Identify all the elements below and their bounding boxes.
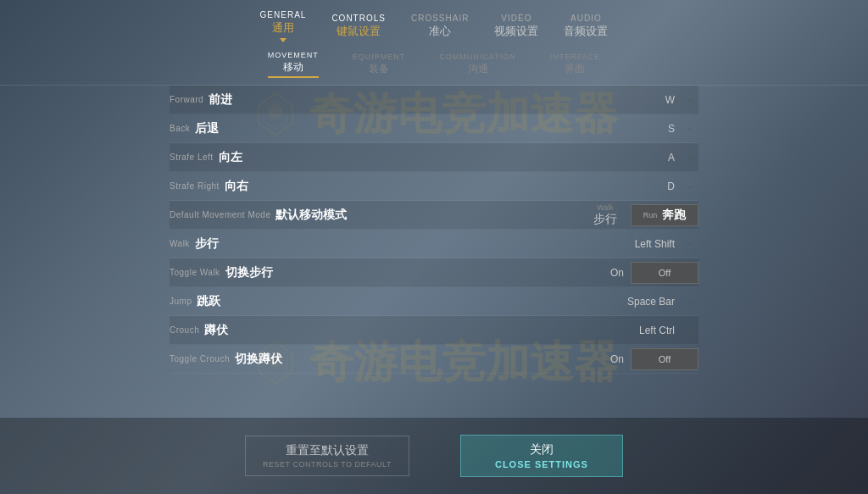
label-jump: Jump 跳跃 xyxy=(170,294,390,309)
row-jump: Jump 跳跃 Space Bar - xyxy=(170,287,698,316)
main-content: Forward 前进 W - Back 后退 S - xyxy=(0,86,868,418)
reset-button[interactable]: 重置至默认设置 RESET CONTROLS TO DEFAULT xyxy=(245,436,409,476)
value-forward: W - xyxy=(390,94,698,106)
row-back: Back 后退 S - xyxy=(170,114,698,143)
subtab-communication[interactable]: COMMUNICATION 沟通 xyxy=(439,53,515,76)
row-strafe-right: Strafe Right 向右 D - xyxy=(170,172,698,201)
walk-option[interactable]: Walk 步行 xyxy=(587,200,624,230)
label-walk: Walk 步行 xyxy=(170,236,390,252)
subtab-interface[interactable]: INTERFACE 界面 xyxy=(550,53,601,76)
row-crouch: Crouch 蹲伏 Left Ctrl - xyxy=(170,316,698,345)
label-back: Back 后退 xyxy=(170,121,390,136)
label-toggle-walk: Toggle Walk 切换步行 xyxy=(170,265,390,280)
value-jump: Space Bar - xyxy=(390,296,698,308)
value-toggle-walk: On Off xyxy=(390,262,698,284)
movement-underline xyxy=(268,76,319,78)
tab-audio[interactable]: AUDIO 音频设置 xyxy=(564,14,608,39)
row-toggle-walk: Toggle Walk 切换步行 On Off xyxy=(170,258,698,287)
value-back: S - xyxy=(390,123,698,135)
value-strafe-right: D - xyxy=(390,180,698,192)
top-nav: GENERAL 通用 CONTROLS 键鼠设置 CROSSHAIR 准心 VI… xyxy=(0,0,868,46)
tab-video[interactable]: VIDEO 视频设置 xyxy=(494,14,538,39)
value-toggle-crouch: On Off xyxy=(390,348,698,370)
value-walk: Left Shift - xyxy=(390,238,698,250)
row-strafe-left: Strafe Left 向左 A - xyxy=(170,143,698,172)
tab-crosshair[interactable]: CROSSHAIR 准心 xyxy=(411,14,469,39)
value-movement-mode: Walk 步行 Run 奔跑 xyxy=(390,200,698,230)
label-movement-mode: Default Movement Mode 默认移动模式 xyxy=(170,208,390,223)
subtab-equipment[interactable]: EQUIPMENT 装备 xyxy=(353,53,406,76)
toggle-walk-off[interactable]: Off xyxy=(631,262,698,284)
label-forward: Forward 前进 xyxy=(170,92,390,108)
footer: 重置至默认设置 RESET CONTROLS TO DEFAULT 关闭 CLO… xyxy=(0,418,868,494)
tab-controls[interactable]: CONTROLS 键鼠设置 xyxy=(331,14,386,39)
general-arrow xyxy=(280,38,287,42)
label-strafe-right: Strafe Right 向右 xyxy=(170,179,390,194)
settings-table: Forward 前进 W - Back 后退 S - xyxy=(0,86,868,418)
tab-general[interactable]: GENERAL 通用 xyxy=(260,10,307,42)
close-settings-button[interactable]: 关闭 CLOSE SETTINGS xyxy=(460,435,623,477)
row-forward: Forward 前进 W - xyxy=(170,86,698,114)
toggle-crouch-off[interactable]: Off xyxy=(631,348,698,370)
subtab-movement[interactable]: MOVEMENT 移动 xyxy=(268,51,319,78)
row-toggle-crouch: Toggle Crouch 切换蹲伏 On Off xyxy=(170,345,698,374)
run-option[interactable]: Run 奔跑 xyxy=(631,204,698,226)
row-walk: Walk 步行 Left Shift - xyxy=(170,230,698,258)
value-crouch: Left Ctrl - xyxy=(390,325,698,336)
value-strafe-left: A - xyxy=(390,152,698,164)
label-crouch: Crouch 蹲伏 xyxy=(170,323,390,338)
label-strafe-left: Strafe Left 向左 xyxy=(170,150,390,165)
row-movement-mode: Default Movement Mode 默认移动模式 Walk 步行 Run… xyxy=(170,201,698,230)
sub-nav: MOVEMENT 移动 EQUIPMENT 装备 COMMUNICATION 沟… xyxy=(0,46,868,86)
label-toggle-crouch: Toggle Crouch 切换蹲伏 xyxy=(170,352,390,367)
